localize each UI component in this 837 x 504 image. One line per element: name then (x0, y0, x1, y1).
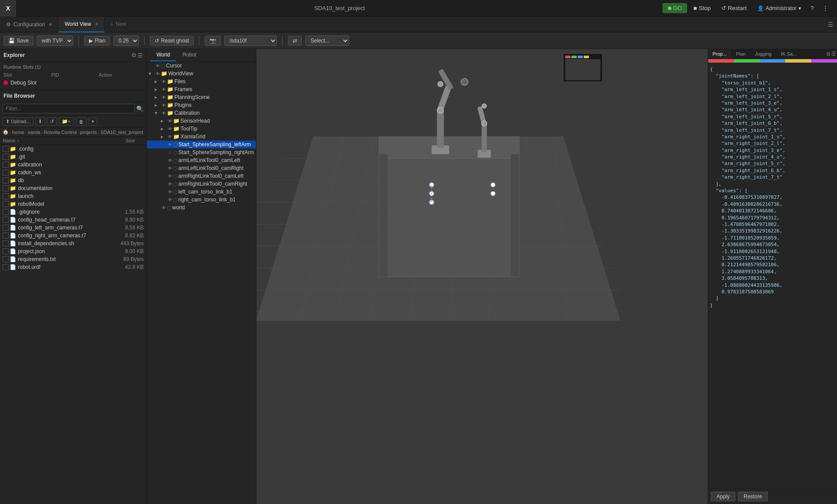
file-checkbox[interactable] (3, 264, 9, 270)
file-checkbox[interactable] (3, 256, 9, 262)
tree-eye[interactable]: 👁 (162, 103, 166, 108)
tree-node[interactable]: 👁 ⬡ Start_SphereSampling_leftArm (147, 141, 256, 148)
tree-eye[interactable]: 👁 (168, 134, 172, 139)
reset-ghost-button[interactable]: ↺ Reset ghost (150, 36, 194, 46)
tree-eye[interactable]: 👁 (162, 205, 166, 210)
tree-eye[interactable]: 👁 (168, 190, 172, 194)
explorer-menu-button[interactable]: ☰ (138, 52, 143, 59)
list-item[interactable]: 📄 project.json 9.00 KB (0, 247, 146, 255)
file-checkbox[interactable] (3, 169, 9, 176)
tab-new[interactable]: ＋ New (105, 21, 131, 28)
file-checkbox[interactable] (3, 233, 9, 239)
tree-eye[interactable]: 👁 (162, 95, 166, 100)
stop-button[interactable]: ■ Stop (689, 3, 715, 13)
tab-worldview[interactable]: World View (58, 17, 104, 32)
list-item[interactable]: 📁 launch (0, 192, 146, 200)
tree-node[interactable]: ▸ 👁 📁 Plugins (147, 101, 256, 109)
list-item[interactable]: 📄 config_head_cameras.t7 9.90 KB (0, 216, 146, 224)
filter-search-button[interactable]: 🔍 (136, 106, 144, 112)
path-select[interactable]: /sda10f (224, 35, 277, 46)
list-item[interactable]: 📁 .config (0, 145, 146, 153)
file-checkbox[interactable] (3, 201, 9, 207)
list-item[interactable]: 📁 calibration (0, 161, 146, 169)
right-tab-ik[interactable]: IK Sa... (777, 49, 802, 59)
file-checkbox[interactable] (3, 154, 9, 160)
right-tab-jogging[interactable]: Jogging (750, 49, 777, 59)
tree-eye[interactable]: 👁 (156, 71, 160, 76)
viewport[interactable] (256, 49, 708, 504)
tree-node[interactable]: 👁 ◌ Start_SphereSampling_rightArm (147, 148, 256, 156)
explorer-collapse-button[interactable]: ⧉ (132, 52, 136, 59)
tree-node[interactable]: 👁 ◌ armRightLinkTool0_camLeft (147, 172, 256, 180)
more-file-button[interactable]: ▾ (89, 117, 97, 126)
tree-node[interactable]: ▸ 👁 📁 Files (147, 78, 256, 85)
tree-eye[interactable]: 👁 (168, 174, 172, 179)
delete-button[interactable]: 🗑 (76, 117, 87, 126)
more-button[interactable]: ⋮ (819, 3, 832, 13)
tree-node[interactable]: 👁 ◌ Cursor (147, 62, 256, 70)
tvp-select[interactable]: with TVP (37, 35, 73, 46)
save-button[interactable]: 💾 Save (4, 36, 33, 46)
tree-eye[interactable]: 👁 (168, 182, 172, 187)
file-checkbox[interactable] (3, 209, 9, 215)
tree-eye[interactable]: 👁 (162, 79, 166, 84)
list-item[interactable]: 📁 catkin_ws (0, 169, 146, 176)
tabbar-menu-button[interactable]: ☰ (828, 21, 833, 28)
tree-eye[interactable]: 👁 (168, 150, 172, 155)
file-checkbox[interactable] (3, 248, 9, 254)
tree-eye[interactable]: 👁 (156, 63, 160, 68)
list-item[interactable]: 📁 db (0, 176, 146, 184)
admin-menu[interactable]: 👤 Administrator ▾ (753, 4, 805, 13)
tree-eye[interactable]: 👁 (162, 111, 166, 116)
bc-rosvita[interactable]: Rosvita.Control (44, 130, 77, 135)
tree-node[interactable]: 👁 ◌ armLeftLinkTool0_camLeft (147, 156, 256, 164)
list-item[interactable]: 📄 .gitignore 1.56 KB (0, 208, 146, 216)
tree-eye[interactable]: 👁 (162, 87, 166, 92)
go-button[interactable]: GO (663, 3, 688, 13)
tree-eye[interactable]: 👁 (168, 142, 172, 147)
bc-sda10[interactable]: SDA10_test_project (100, 130, 143, 135)
tree-node[interactable]: 👁 ◌ armRightLinkTool0_camRight (147, 180, 256, 188)
tree-node[interactable]: 👁 ◌ armLeftLinkTool0_camRight (147, 164, 256, 172)
list-item[interactable]: 📁 documentation (0, 184, 146, 192)
world-tab-robot[interactable]: Robot (176, 49, 202, 61)
apply-button[interactable]: Apply (711, 492, 735, 501)
tree-node[interactable]: ▸ 👁 📁 Frames (147, 85, 256, 93)
tree-eye[interactable]: 👁 (168, 197, 172, 202)
restart-button[interactable]: ↺ Restart (717, 3, 751, 13)
tree-node[interactable]: 👁 ◌ left_cam_torso_link_b1 (147, 188, 256, 196)
tree-node[interactable]: 👁 ◌ world (147, 204, 256, 211)
list-item[interactable]: 📁 .git (0, 153, 146, 161)
refresh-button[interactable]: ↺ (47, 117, 57, 126)
world-tab-world[interactable]: World (150, 49, 176, 61)
bc-projects[interactable]: projects (80, 130, 97, 135)
file-checkbox[interactable] (3, 162, 9, 168)
file-checkbox[interactable] (3, 217, 9, 223)
right-tab-plan[interactable]: Plan (731, 49, 750, 59)
file-checkbox[interactable] (3, 177, 9, 183)
tree-node[interactable]: ▸ 👁 📁 ToolTip (147, 125, 256, 133)
filter-input[interactable] (3, 104, 135, 113)
help-button[interactable]: ? (807, 3, 817, 13)
list-item[interactable]: 📄 install_dependencies.sh 443 Bytes (0, 240, 146, 247)
tree-eye[interactable]: 👁 (168, 166, 172, 171)
plan-value-select[interactable]: 0.25 (113, 35, 139, 46)
plan-button[interactable]: ▶ Plan (84, 36, 110, 46)
list-item[interactable]: 📄 config_left_arm_cameras.t7 9.58 KB (0, 224, 146, 232)
tree-node[interactable]: 👁 ◌ right_cam_torso_link_b1 (147, 196, 256, 204)
tree-node[interactable]: ▾ 👁 📁 Calibration (147, 109, 256, 117)
tree-node[interactable]: ▾ 👁 📁 WorldView (147, 70, 256, 78)
file-checkbox[interactable] (3, 193, 9, 199)
download-button[interactable]: ⬇ (35, 117, 45, 126)
bc-home[interactable]: home (12, 130, 25, 135)
restore-button[interactable]: Restore (738, 492, 768, 501)
file-checkbox[interactable] (3, 146, 9, 152)
tree-node[interactable]: ▸ 👁 📁 PlanningScene (147, 93, 256, 101)
sync-button[interactable]: ⇄ (288, 36, 302, 46)
bc-xamla[interactable]: xamla (28, 130, 40, 135)
list-item[interactable]: 📁 robotModel (0, 200, 146, 208)
tree-node[interactable]: ▸ 👁 📁 SensorHead (147, 117, 256, 125)
prop-more-button[interactable]: ☰ (831, 50, 836, 58)
tree-node[interactable]: ▸ 👁 📁 XamlaGrid (147, 133, 256, 141)
select-dropdown[interactable]: Select... (305, 35, 349, 46)
